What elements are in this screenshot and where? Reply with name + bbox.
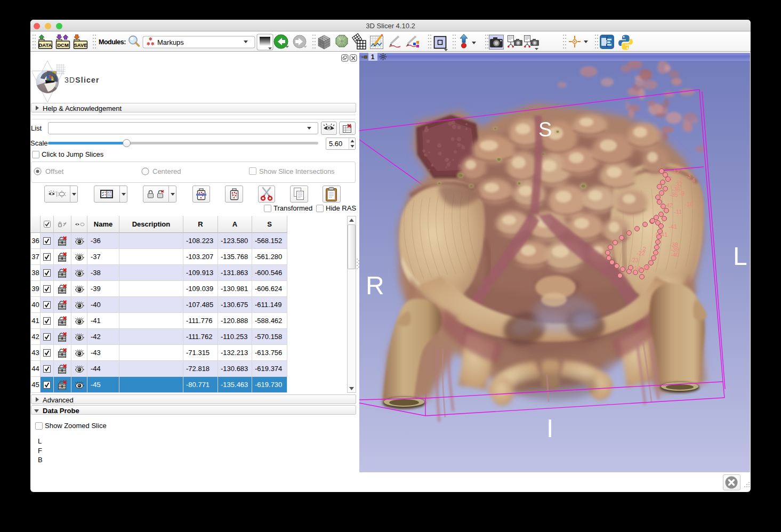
svg-text:I: I [546,414,553,442]
svg-text:R: R [366,271,384,300]
svg-text:-4: -4 [690,177,695,183]
svg-text:-23: -23 [630,257,639,263]
svg-text:-12: -12 [671,168,680,175]
svg-text:✱: ✱ [149,37,152,42]
svg-text:L: L [733,242,747,270]
svg-text:-14-15: -14-15 [632,265,649,271]
svg-text:DCM: DCM [57,42,69,48]
svg-text:✱: ✱ [151,42,155,46]
svg-text:-10: -10 [685,201,693,207]
svg-text:-42: -42 [664,202,673,208]
svg-text:-8: -8 [666,175,672,182]
svg-text:0-41: 0-41 [656,231,667,238]
svg-text:Modules:: Modules: [99,38,126,46]
svg-text:SAVE: SAVE [74,42,87,48]
svg-text:Markups: Markups [157,38,184,46]
svg-text:-9: -9 [679,190,685,197]
svg-text:S: S [538,118,552,141]
svg-text:-35: -35 [670,191,678,198]
svg-text:-11: -11 [674,208,682,215]
svg-text:-22: -22 [637,250,645,256]
svg-text:-41: -41 [669,223,677,230]
svg-text:DATA: DATA [39,42,52,48]
svg-text:-40: -40 [671,252,679,258]
svg-text:✱: ✱ [147,42,150,46]
svg-text:1: 1 [371,53,375,61]
